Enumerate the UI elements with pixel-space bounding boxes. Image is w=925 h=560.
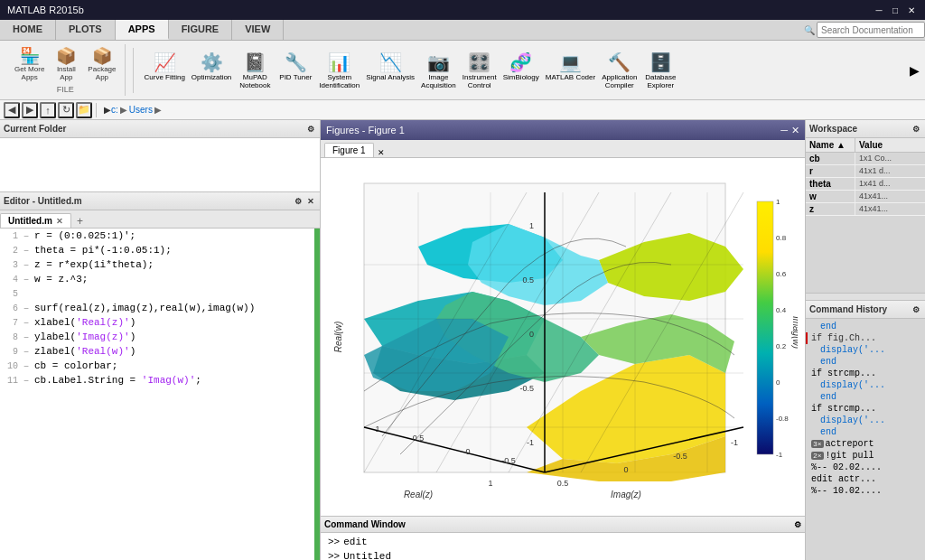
- pid-tuner-button[interactable]: 🔧 PID Tuner: [276, 50, 315, 91]
- current-folder-header: Current Folder ⚙: [0, 120, 320, 138]
- history-item-actreport[interactable]: 3×actreport: [806, 438, 925, 450]
- command-history-title: Command History: [809, 304, 887, 314]
- figure-header: Figures - Figure 1 ─ ✕: [321, 120, 805, 140]
- svg-text:Real(w): Real(w): [333, 322, 343, 352]
- code-line-3: 3 – z = r*exp(1i*theta);: [0, 257, 320, 272]
- command-window-content[interactable]: >> edit >> Untitled: [321, 533, 805, 560]
- app-title: MATLAB R2015b: [7, 5, 84, 15]
- package-app-button[interactable]: 📦 PackageApp: [84, 46, 119, 83]
- svg-text:0.4: 0.4: [776, 306, 787, 314]
- matlab-coder-button[interactable]: 💻 MATLAB Coder: [543, 50, 598, 91]
- ws-row-z[interactable]: z 41x41...: [806, 203, 925, 216]
- code-editor[interactable]: 1 – r = (0:0.025:1)'; 2 – theta = pi*(-1…: [0, 229, 320, 560]
- history-item-display2[interactable]: display('...: [806, 379, 925, 391]
- optimization-button[interactable]: ⚙️ Optimization: [189, 50, 234, 91]
- ws-row-cb[interactable]: cb 1x1 Co...: [806, 153, 925, 165]
- workspace-panel: Workspace ⚙ Name ▲ Value cb 1x1 Co... r …: [806, 120, 925, 301]
- history-item-date2[interactable]: %-- 10.02....: [806, 485, 925, 497]
- workspace-scrollbar[interactable]: [806, 293, 925, 300]
- history-item-end4[interactable]: end: [806, 426, 925, 438]
- current-folder-panel: [0, 138, 320, 192]
- up-button[interactable]: ↑: [40, 102, 56, 118]
- apps-row: 📈 Curve Fitting ⚙️ Optimization 📓 MuPADN…: [141, 50, 680, 91]
- tab-add-button[interactable]: +: [73, 215, 87, 228]
- tab-plots[interactable]: PLOTS: [56, 20, 116, 40]
- ribbon-tab-bar: HOME PLOTS APPS FIGURE VIEW 🔍: [0, 20, 925, 41]
- browse-button[interactable]: 📁: [76, 102, 92, 118]
- db-explorer-button[interactable]: 🗄️ DatabaseExplorer: [640, 50, 680, 91]
- minimize-button[interactable]: ─: [873, 4, 885, 16]
- system-id-button[interactable]: 📊 SystemIdentification: [316, 50, 362, 91]
- path-users[interactable]: Users: [129, 105, 153, 115]
- svg-text:1: 1: [488, 479, 492, 488]
- ws-row-r[interactable]: r 41x1 d...: [806, 165, 925, 178]
- back-button[interactable]: ◀: [4, 102, 20, 118]
- history-item-end1[interactable]: end: [806, 321, 925, 332]
- history-settings-icon[interactable]: ⚙: [911, 304, 921, 315]
- history-item-end3[interactable]: end: [806, 391, 925, 403]
- image-acq-button[interactable]: 📷 ImageAcquisition: [418, 50, 459, 91]
- curve-fitting-button[interactable]: 📈 Curve Fitting: [141, 50, 187, 91]
- path-bar: ▶ c: ▶ Users ▶: [104, 105, 164, 115]
- history-item-display3[interactable]: display('...: [806, 415, 925, 426]
- file-group-label: FILE: [57, 85, 74, 94]
- window-controls: ─ □ ✕: [873, 4, 918, 16]
- cmd-settings-icon[interactable]: ⚙: [794, 520, 801, 529]
- cmd-text-1: edit: [343, 537, 367, 547]
- tab-home[interactable]: HOME: [0, 20, 56, 40]
- history-item-date1[interactable]: %-- 02.02....: [806, 462, 925, 473]
- svg-text:0.6: 0.6: [776, 270, 787, 278]
- command-history-panel: Command History ⚙ end if fig.Ch... displ…: [806, 301, 925, 560]
- mupad-button[interactable]: 📓 MuPADNotebook: [235, 50, 275, 91]
- svg-text:1: 1: [529, 221, 534, 230]
- ws-row-w[interactable]: w 41x41...: [806, 191, 925, 203]
- ws-row-theta[interactable]: theta 1x41 d...: [806, 178, 925, 191]
- figure-tab-close[interactable]: ✕: [378, 148, 385, 157]
- history-item-git-pull[interactable]: 2×!git pull: [806, 450, 925, 462]
- history-item-if-figch[interactable]: if fig.Ch...: [806, 332, 925, 344]
- figure-panel: Figures - Figure 1 ─ ✕ Figure 1 ✕: [321, 120, 806, 560]
- tab-view[interactable]: VIEW: [232, 20, 284, 40]
- figure-tab-1[interactable]: Figure 1: [324, 143, 374, 157]
- simbiology-button[interactable]: 🧬 SimBiology: [500, 50, 542, 91]
- current-folder-settings-icon[interactable]: ⚙: [305, 124, 316, 135]
- svg-text:0.5: 0.5: [557, 479, 569, 488]
- figure-min-icon[interactable]: ─: [780, 125, 788, 136]
- history-item-display1[interactable]: display('...: [806, 344, 925, 356]
- signal-analysis-button[interactable]: 📉 Signal Analysis: [363, 50, 417, 91]
- path-c[interactable]: c:: [111, 105, 118, 115]
- code-line-6: 6 – surf(real(z),imag(z),real(w),imag(w)…: [0, 301, 320, 315]
- tab-untitled-close[interactable]: ✕: [56, 217, 63, 226]
- close-button[interactable]: ✕: [905, 4, 918, 16]
- ribbon-expand-icon[interactable]: ▶: [910, 63, 920, 78]
- workspace-settings-icon[interactable]: ⚙: [911, 124, 921, 135]
- editor-settings-icon[interactable]: ⚙: [293, 196, 304, 207]
- right-panel: Workspace ⚙ Name ▲ Value cb 1x1 Co... r …: [806, 120, 925, 560]
- forward-button[interactable]: ▶: [22, 102, 38, 118]
- code-line-10: 10 – cb = colorbar;: [0, 359, 320, 373]
- history-item-if-strcmp1[interactable]: if strcmp...: [806, 368, 925, 379]
- code-line-7: 7 – xlabel('Real(z)'): [0, 315, 320, 330]
- instrument-ctrl-button[interactable]: 🎛️ InstrumentControl: [460, 50, 500, 91]
- editor-close-icon[interactable]: ✕: [305, 196, 316, 207]
- code-run-indicator: [314, 229, 320, 560]
- tab-apps[interactable]: APPS: [116, 20, 169, 40]
- get-more-apps-button[interactable]: 🏪 Get MoreApps: [11, 46, 48, 83]
- maximize-button[interactable]: □: [889, 4, 902, 16]
- refresh-button[interactable]: ↻: [58, 102, 74, 118]
- app-compiler-button[interactable]: 🔨 ApplicationCompiler: [599, 50, 640, 91]
- history-item-edit-actr[interactable]: edit actr...: [806, 473, 925, 485]
- code-line-2: 2 – theta = pi*(-1:0.05:1);: [0, 243, 320, 257]
- workspace-table: Name ▲ Value cb 1x1 Co... r 41x1 d... th…: [806, 138, 925, 293]
- cmd-text-2: Untitled: [343, 551, 391, 560]
- history-item-if-strcmp2[interactable]: if strcmp...: [806, 403, 925, 415]
- install-app-button[interactable]: 📦 InstallApp: [50, 46, 82, 83]
- search-input[interactable]: [817, 22, 925, 38]
- tab-figure[interactable]: FIGURE: [169, 20, 233, 40]
- svg-text:-1: -1: [776, 451, 783, 459]
- tab-untitled[interactable]: Untitled.m ✕: [0, 213, 71, 228]
- history-item-end2[interactable]: end: [806, 356, 925, 368]
- cmd-line-2: >> Untitled: [328, 549, 798, 560]
- search-bar: 🔍: [804, 20, 925, 40]
- figure-close-icon[interactable]: ✕: [791, 125, 799, 136]
